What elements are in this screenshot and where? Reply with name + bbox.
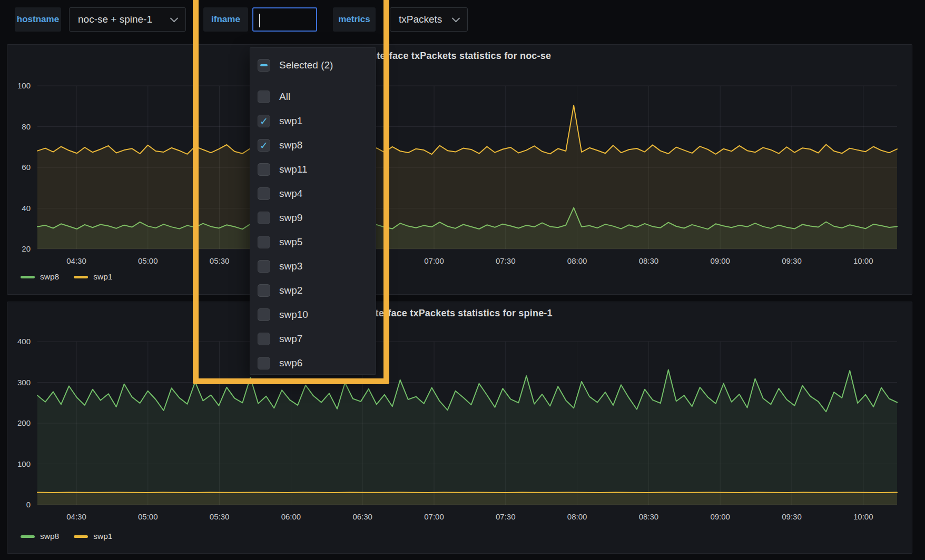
unchecked-checkbox-icon [258, 187, 270, 200]
checked-checkbox-icon: ✓ [258, 139, 270, 152]
y-tick-label: 0 [26, 500, 31, 509]
series-line-swp1 [37, 492, 897, 493]
hostname-value-text: noc-se + spine-1 [78, 14, 152, 25]
option-label: All [279, 91, 290, 103]
y-tick-label: 40 [22, 204, 31, 213]
legend-label: swp8 [40, 532, 59, 541]
x-tick-label: 06:30 [352, 512, 372, 521]
y-tick-label: 400 [17, 337, 31, 346]
x-tick-label: 10:00 [853, 512, 873, 521]
legend-item-swp1[interactable]: swp1 [74, 532, 112, 541]
unchecked-checkbox-icon [258, 236, 270, 248]
option-label: swp4 [279, 188, 302, 199]
timeseries-plot-noc-se[interactable]: 1008060402004:3005:0005:3006:0006:3007:0… [7, 45, 912, 294]
ifname-options: All✓swp1✓swp8swp11swp4swp9swp5swp3swp2sw… [258, 85, 376, 375]
unchecked-checkbox-icon [258, 357, 270, 369]
unchecked-checkbox-icon [258, 212, 270, 224]
option-label: swp2 [279, 285, 302, 296]
option-label: swp7 [279, 333, 302, 345]
x-tick-label: 08:30 [639, 256, 659, 265]
legend: swp8swp1 [21, 272, 112, 282]
x-tick-label: 09:00 [710, 512, 730, 521]
ifname-options-dropdown: Selected (2) All✓swp1✓swp8swp11swp4swp9s… [250, 47, 376, 375]
x-tick-label: 07:00 [424, 256, 444, 265]
unchecked-checkbox-icon [258, 284, 270, 297]
x-tick-label: 05:00 [138, 256, 158, 265]
x-tick-label: 07:00 [424, 512, 444, 521]
legend-item-swp8[interactable]: swp8 [21, 272, 59, 282]
option-label: swp5 [279, 236, 302, 248]
option-label: swp11 [279, 164, 308, 175]
option-label: swp1 [279, 115, 302, 127]
dropdown-option-swp2[interactable]: swp2 [258, 278, 376, 303]
option-label: swp8 [279, 139, 302, 151]
dropdown-option-swp9[interactable]: swp9 [258, 206, 376, 230]
dropdown-option-swp7[interactable]: swp7 [258, 327, 376, 351]
option-label: swp3 [279, 261, 302, 272]
hostname-variable-select[interactable]: noc-se + spine-1 [69, 7, 186, 32]
x-tick-label: 09:00 [710, 256, 730, 265]
legend-color-dash [21, 276, 35, 278]
y-tick-label: 60 [22, 163, 31, 172]
grafana-dashboard: hostname noc-se + spine-1 ifname metrics… [0, 0, 925, 560]
option-label: swp10 [279, 309, 308, 321]
panel-title[interactable]: Interface txPackets statistics for spine… [7, 308, 912, 319]
x-tick-label: 08:30 [639, 512, 659, 521]
legend-item-swp8[interactable]: swp8 [21, 532, 59, 541]
panel-noc-se: 1008060402004:3005:0005:3006:0006:3007:0… [7, 44, 912, 295]
panel-spine-1: 400300200100004:3005:0005:3006:0006:3007… [7, 302, 912, 554]
chevron-down-icon [452, 14, 460, 22]
timeseries-plot-spine-1[interactable]: 400300200100004:3005:0005:3006:0006:3007… [7, 302, 912, 553]
chevron-down-icon [170, 14, 179, 22]
legend-label: swp1 [93, 532, 112, 541]
hostname-variable-label: hostname [15, 7, 61, 32]
x-tick-label: 04:30 [66, 512, 86, 521]
legend-color-dash [21, 535, 35, 538]
y-tick-label: 100 [17, 459, 31, 468]
x-tick-label: 07:30 [496, 512, 516, 521]
series-line-swp1 [37, 105, 897, 154]
dropdown-option-swp4[interactable]: swp4 [258, 182, 376, 206]
dropdown-selected-header[interactable]: Selected (2) [258, 53, 376, 77]
x-tick-label: 04:30 [66, 256, 86, 265]
legend-label: swp8 [40, 272, 59, 282]
legend: swp8swp1 [21, 532, 112, 541]
dropdown-option-swp5[interactable]: swp5 [258, 230, 376, 254]
option-label: swp6 [279, 357, 302, 369]
ifname-label-text: ifname [211, 14, 240, 25]
y-tick-label: 20 [22, 244, 31, 253]
legend-item-swp1[interactable]: swp1 [74, 272, 112, 282]
y-tick-label: 80 [22, 122, 31, 131]
dropdown-option-All[interactable]: All [258, 85, 376, 109]
metrics-variable-label: metrics [333, 7, 376, 32]
y-tick-label: 100 [17, 81, 31, 90]
panel-title[interactable]: Interface txPackets statistics for noc-s… [7, 51, 912, 62]
legend-label: swp1 [93, 272, 112, 282]
indeterminate-checkbox-icon [258, 59, 270, 72]
x-tick-label: 08:00 [567, 512, 587, 521]
dropdown-option-swp11[interactable]: swp11 [258, 157, 376, 182]
checked-checkbox-icon: ✓ [258, 115, 270, 127]
dropdown-option-swp1[interactable]: ✓swp1 [258, 109, 376, 133]
x-tick-label: 05:30 [210, 256, 230, 265]
x-tick-label: 09:30 [782, 512, 802, 521]
metrics-variable-select[interactable]: txPackets [390, 7, 468, 32]
dropdown-option-swp3[interactable]: swp3 [258, 254, 376, 278]
dropdown-option-swp10[interactable]: swp10 [258, 303, 376, 327]
legend-color-dash [74, 535, 88, 538]
ifname-search-input[interactable] [252, 7, 317, 32]
unchecked-checkbox-icon [258, 308, 270, 321]
series-fill-swp1 [37, 492, 897, 505]
unchecked-checkbox-icon [258, 333, 270, 345]
metrics-label-text: metrics [338, 14, 370, 25]
legend-color-dash [74, 276, 88, 278]
dropdown-option-swp8[interactable]: ✓swp8 [258, 133, 376, 157]
dropdown-option-swp6[interactable]: swp6 [258, 351, 376, 375]
x-tick-label: 07:30 [496, 256, 516, 265]
y-tick-label: 300 [17, 378, 31, 387]
unchecked-checkbox-icon [258, 91, 270, 103]
x-tick-label: 06:00 [281, 512, 301, 521]
x-tick-label: 09:30 [782, 256, 802, 265]
series-fill-swp1 [37, 105, 897, 249]
x-tick-label: 05:00 [138, 512, 158, 521]
